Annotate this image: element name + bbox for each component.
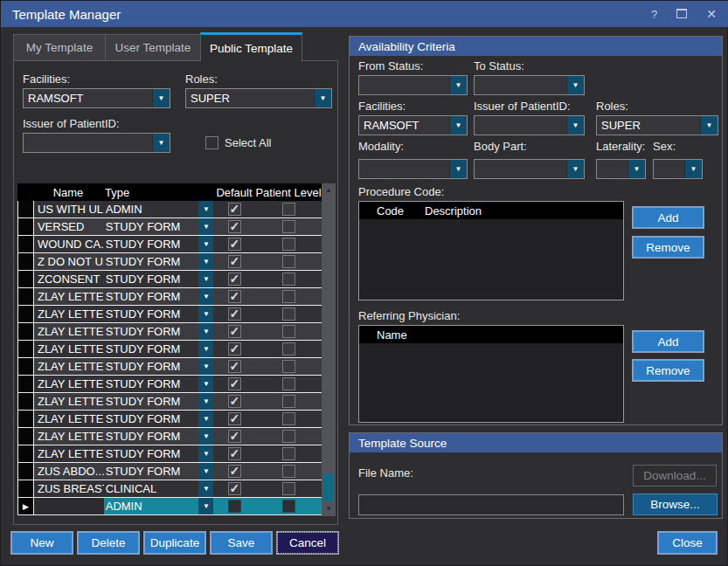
row-patient-level-checkbox[interactable] — [255, 218, 322, 235]
checkbox-box[interactable]: ✓ — [228, 342, 241, 355]
avail-roles-combo[interactable]: SUPER ▼ — [596, 115, 718, 135]
avail-issuer-combo[interactable]: ▼ — [474, 115, 585, 135]
table-row[interactable]: ▶ADMIN▼ — [18, 498, 322, 515]
chevron-down-icon[interactable]: ▼ — [198, 393, 213, 410]
row-name-cell[interactable]: ZLAY LETTE... — [34, 376, 104, 392]
chevron-down-icon[interactable]: ▼ — [198, 341, 213, 357]
checkbox-box[interactable]: ✓ — [228, 273, 241, 286]
chevron-down-icon[interactable]: ▼ — [198, 358, 213, 375]
chevron-down-icon[interactable]: ▼ — [566, 116, 584, 135]
checkbox-box[interactable]: ✓ — [228, 220, 241, 233]
chevron-down-icon[interactable]: ▼ — [198, 498, 213, 514]
chevron-down-icon[interactable]: ▼ — [198, 480, 213, 497]
row-name-cell[interactable]: ZLAY LETTE... — [34, 358, 104, 375]
chevron-down-icon[interactable]: ▼ — [198, 201, 213, 217]
row-patient-level-checkbox[interactable] — [255, 463, 322, 480]
row-name-cell[interactable] — [34, 498, 104, 514]
checkbox-box[interactable] — [282, 325, 295, 338]
row-name-cell[interactable]: VERSED — [34, 218, 104, 235]
chevron-down-icon[interactable]: ▼ — [198, 463, 213, 480]
duplicate-button[interactable]: Duplicate — [144, 532, 205, 554]
procedure-code-add-button[interactable]: Add — [633, 207, 704, 228]
row-type-cell[interactable]: STUDY FORM▼ — [104, 218, 214, 235]
chevron-down-icon[interactable]: ▼ — [198, 445, 213, 462]
row-default-checkbox[interactable]: ✓ — [213, 271, 255, 287]
row-selector[interactable] — [18, 480, 34, 497]
checkbox-box[interactable]: ✓ — [228, 395, 241, 408]
checkbox-box[interactable] — [205, 136, 218, 149]
row-selector[interactable] — [18, 201, 34, 217]
chevron-down-icon[interactable]: ▼ — [700, 116, 718, 135]
table-row[interactable]: ZUS BREAST...CLINICAL▼✓ — [18, 480, 322, 498]
checkbox-box[interactable] — [282, 412, 295, 425]
table-row[interactable]: US WITH UL...ADMIN▼✓ — [18, 201, 322, 218]
download-button[interactable]: Download... — [633, 465, 717, 487]
grid-scrollbar[interactable]: ▲ ▼ — [322, 183, 336, 516]
row-patient-level-checkbox[interactable] — [255, 323, 322, 340]
row-name-cell[interactable]: Z DO NOT U... — [34, 253, 104, 270]
checkbox-box[interactable] — [282, 255, 295, 268]
row-name-cell[interactable]: ZCONSENT ... — [34, 271, 104, 287]
row-type-cell[interactable]: STUDY FORM▼ — [104, 445, 214, 462]
row-patient-level-checkbox[interactable] — [255, 411, 322, 427]
chevron-down-icon[interactable]: ▼ — [566, 160, 584, 178]
chevron-down-icon[interactable]: ▼ — [198, 428, 213, 445]
chevron-down-icon[interactable]: ▼ — [198, 236, 213, 252]
row-selector[interactable]: ▶ — [18, 498, 34, 514]
new-button[interactable]: New — [11, 532, 73, 554]
checkbox-box[interactable] — [282, 203, 295, 216]
chevron-down-icon[interactable]: ▼ — [198, 288, 213, 305]
chevron-down-icon[interactable]: ▼ — [152, 89, 170, 107]
grid-col-name[interactable]: Name — [33, 186, 103, 199]
table-row[interactable]: Z DO NOT U...STUDY FORM▼✓ — [18, 253, 322, 271]
table-row[interactable]: ZLAY LETTE...STUDY FORM▼✓ — [18, 358, 322, 376]
checkbox-box[interactable] — [282, 500, 295, 513]
referring-physician-add-button[interactable]: Add — [633, 331, 704, 352]
row-type-cell[interactable]: STUDY FORM▼ — [104, 376, 214, 392]
row-selector[interactable] — [18, 428, 34, 445]
row-default-checkbox[interactable]: ✓ — [213, 288, 255, 305]
from-status-combo[interactable]: ▼ — [358, 75, 468, 95]
checkbox-box[interactable]: ✓ — [228, 412, 241, 425]
table-row[interactable]: VERSEDSTUDY FORM▼✓ — [18, 218, 322, 236]
table-row[interactable]: ZLAY LETTE...STUDY FORM▼✓ — [18, 306, 322, 323]
referring-physician-list[interactable]: Name — [358, 325, 624, 423]
row-patient-level-checkbox[interactable] — [255, 428, 322, 445]
row-default-checkbox[interactable]: ✓ — [213, 445, 255, 462]
facilities-combo[interactable]: RAMSOFT ▼ — [23, 88, 170, 108]
checkbox-box[interactable]: ✓ — [228, 447, 241, 460]
row-default-checkbox[interactable]: ✓ — [213, 201, 255, 217]
table-row[interactable]: ZLAY LETTE...STUDY FORM▼✓ — [18, 341, 322, 358]
tab-public-template[interactable]: Public Template — [200, 32, 302, 61]
row-name-cell[interactable]: ZLAY LETTE... — [34, 306, 104, 322]
row-selector[interactable] — [18, 323, 34, 340]
chevron-down-icon[interactable]: ▼ — [449, 160, 467, 178]
scroll-up-icon[interactable]: ▲ — [322, 183, 336, 197]
checkbox-box[interactable]: ✓ — [228, 290, 241, 303]
row-patient-level-checkbox[interactable] — [255, 445, 322, 462]
grid-col-default[interactable]: Default — [213, 186, 255, 199]
row-default-checkbox[interactable]: ✓ — [213, 376, 255, 392]
row-default-checkbox[interactable]: ✓ — [213, 218, 255, 235]
checkbox-box[interactable] — [282, 290, 295, 303]
avail-facilities-combo[interactable]: RAMSOFT ▼ — [358, 115, 468, 135]
table-row[interactable]: ZLAY LETTE...STUDY FORM▼✓ — [18, 445, 322, 463]
row-default-checkbox[interactable]: ✓ — [213, 253, 255, 270]
chevron-down-icon[interactable]: ▼ — [198, 218, 213, 235]
close-button[interactable]: Close — [658, 532, 717, 554]
checkbox-box[interactable]: ✓ — [228, 307, 241, 321]
checkbox-box[interactable]: ✓ — [228, 255, 241, 268]
scroll-down-icon[interactable]: ▼ — [322, 502, 336, 516]
to-status-combo[interactable]: ▼ — [474, 75, 585, 95]
sex-combo[interactable]: ▼ — [653, 159, 703, 179]
table-row[interactable]: ZLAY LETTE...STUDY FORM▼✓ — [18, 323, 322, 341]
file-name-input[interactable] — [358, 494, 624, 515]
table-row[interactable]: ZLAY LETTE...STUDY FORM▼✓ — [18, 428, 322, 445]
row-name-cell[interactable]: ZLAY LETTE... — [34, 445, 104, 462]
row-default-checkbox[interactable] — [213, 498, 255, 514]
checkbox-box[interactable] — [282, 220, 295, 233]
chevron-down-icon[interactable]: ▼ — [198, 271, 213, 287]
row-name-cell[interactable]: ZLAY LETTE... — [34, 428, 104, 445]
checkbox-box[interactable]: ✓ — [228, 482, 241, 495]
issuer-combo[interactable]: ▼ — [23, 133, 170, 153]
